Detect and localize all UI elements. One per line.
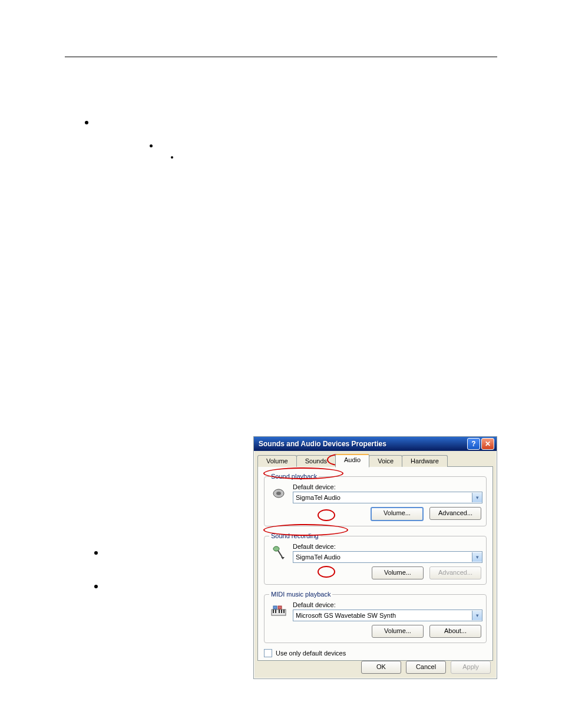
bullet xyxy=(150,144,153,147)
titlebar: Sounds and Audio Devices Properties ? ✕ xyxy=(254,437,497,451)
help-button[interactable]: ? xyxy=(467,438,480,450)
playback-volume-button[interactable]: Volume... xyxy=(371,507,424,521)
bullet xyxy=(94,551,98,555)
svg-rect-5 xyxy=(273,610,274,613)
apply-button: Apply xyxy=(451,661,491,674)
cancel-button[interactable]: Cancel xyxy=(406,661,446,674)
svg-rect-8 xyxy=(281,610,282,613)
midi-volume-button[interactable]: Volume... xyxy=(372,625,424,638)
tab-hardware[interactable]: Hardware xyxy=(402,455,448,467)
svg-rect-7 xyxy=(279,610,280,613)
midi-device-value: Microsoft GS Wavetable SW Synth xyxy=(293,612,472,619)
group-sound-playback: Sound playback Default device: SigmaTel … xyxy=(264,473,487,526)
midi-keyboard-icon xyxy=(270,605,287,618)
legend-sound-recording: Sound recording xyxy=(269,532,320,539)
use-default-label: Use only default devices xyxy=(276,650,346,657)
chevron-down-icon: ▾ xyxy=(472,552,482,562)
svg-rect-11 xyxy=(278,606,282,609)
use-default-row: Use only default devices xyxy=(264,649,487,657)
dialog-title: Sounds and Audio Devices Properties xyxy=(256,440,386,448)
footer-buttons: OK Cancel Apply xyxy=(361,661,491,674)
playback-default-label: Default device: xyxy=(293,483,481,490)
recording-advanced-button: Advanced... xyxy=(429,566,481,579)
bullet xyxy=(94,585,98,588)
audio-panel: Sound playback Default device: SigmaTel … xyxy=(257,467,493,661)
tab-voice[interactable]: Voice xyxy=(369,455,402,467)
group-sound-recording: Sound recording Default device: SigmaTel… xyxy=(264,532,487,585)
tab-sounds[interactable]: Sounds xyxy=(296,455,336,467)
titlebar-buttons: ? ✕ xyxy=(467,438,494,450)
microphone-icon xyxy=(270,545,287,561)
playback-device-value: SigmaTel Audio xyxy=(293,494,472,501)
svg-rect-10 xyxy=(273,606,277,609)
chevron-down-icon: ▾ xyxy=(472,493,482,502)
recording-volume-button[interactable]: Volume... xyxy=(372,566,424,579)
legend-midi-playback: MIDI music playback xyxy=(269,591,332,598)
page-header-rule xyxy=(65,57,497,57)
bullet xyxy=(171,156,173,159)
bullet xyxy=(85,121,88,124)
recording-default-label: Default device: xyxy=(293,543,481,550)
sounds-audio-dialog: Sounds and Audio Devices Properties ? ✕ … xyxy=(253,436,497,679)
recording-device-value: SigmaTel Audio xyxy=(293,554,472,561)
speaker-icon xyxy=(270,486,287,500)
chevron-down-icon: ▾ xyxy=(472,611,482,620)
tab-strip: Volume Sounds Audio Voice Hardware xyxy=(257,454,493,467)
legend-sound-playback: Sound playback xyxy=(269,473,319,480)
svg-rect-9 xyxy=(283,610,285,613)
close-button[interactable]: ✕ xyxy=(481,438,494,450)
midi-device-dropdown[interactable]: Microsoft GS Wavetable SW Synth ▾ xyxy=(293,610,482,621)
group-midi-playback: MIDI music playback xyxy=(264,591,487,643)
svg-line-3 xyxy=(278,551,282,557)
svg-point-1 xyxy=(276,492,281,495)
svg-rect-6 xyxy=(275,610,276,613)
ok-button[interactable]: OK xyxy=(361,661,401,674)
midi-about-button[interactable]: About... xyxy=(429,625,481,638)
use-default-checkbox[interactable] xyxy=(264,649,272,657)
playback-device-dropdown[interactable]: SigmaTel Audio ▾ xyxy=(293,492,482,503)
tab-volume[interactable]: Volume xyxy=(257,455,297,467)
recording-device-dropdown[interactable]: SigmaTel Audio ▾ xyxy=(293,551,482,563)
midi-default-label: Default device: xyxy=(293,601,481,608)
tab-audio[interactable]: Audio xyxy=(335,454,369,467)
playback-advanced-button[interactable]: Advanced... xyxy=(429,507,481,520)
